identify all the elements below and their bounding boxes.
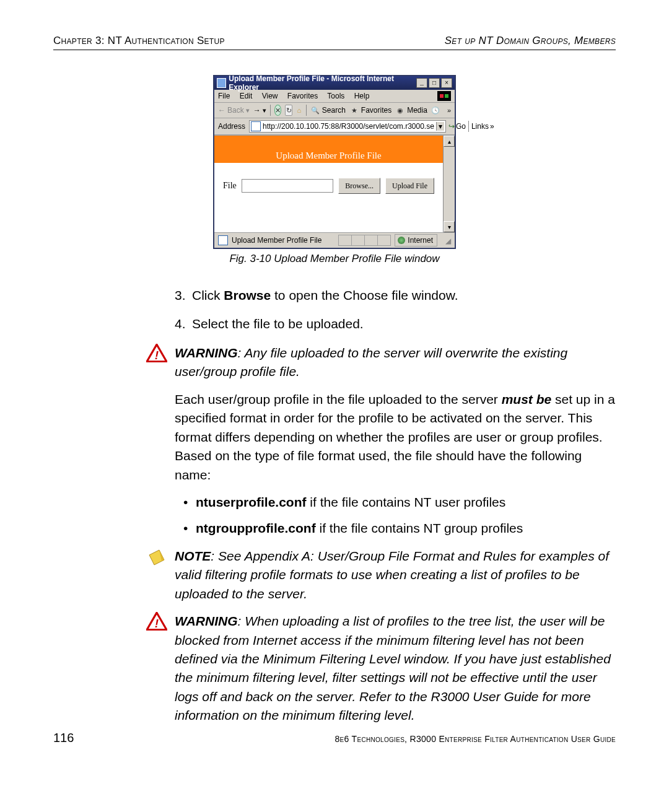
- favorites-button[interactable]: ★ Favorites: [349, 105, 391, 115]
- links-button[interactable]: Links »: [471, 122, 494, 131]
- ie-titlebar: Upload Member Profile File - Microsoft I…: [214, 76, 455, 90]
- footer-right: 8e6 Technologies, R3000 Enterprise Filte…: [335, 734, 616, 744]
- address-url: http://200.10.100.75:88/R3000/servlet/co…: [263, 122, 434, 131]
- scroll-up-icon[interactable]: ▴: [444, 136, 455, 147]
- menu-file[interactable]: File: [218, 92, 230, 100]
- figure-caption: Fig. 3-10 Upload Member Profile File win…: [213, 253, 456, 265]
- step-number: 4.: [175, 315, 192, 333]
- running-footer: 116 8e6 Technologies, R3000 Enterprise F…: [53, 731, 616, 745]
- toolbar-separator: [306, 105, 307, 116]
- favorites-icon: ★: [349, 105, 359, 115]
- home-icon[interactable]: ⌂: [296, 105, 302, 115]
- menu-help[interactable]: Help: [354, 92, 370, 100]
- maximize-button[interactable]: □: [429, 78, 440, 88]
- warning-label: WARNING: [175, 346, 238, 360]
- window-buttons: _ □ ×: [416, 78, 452, 88]
- zone-label: Internet: [408, 236, 433, 245]
- upload-row: File Browse... Upload File: [214, 163, 443, 194]
- step-3-bold: Browse: [224, 288, 271, 302]
- page-icon: [251, 121, 261, 131]
- bullet-1-bold: ntuserprofile.conf: [196, 495, 307, 509]
- bullet-1: ntuserprofile.conf if the file contains …: [183, 493, 616, 512]
- status-cells: [338, 235, 391, 246]
- warning-icon: !: [146, 612, 167, 631]
- media-button[interactable]: ◉ Media: [395, 105, 427, 115]
- ie-content: Upload Member Profile File File Browse..…: [214, 135, 455, 232]
- para1-bold: must be: [502, 392, 552, 406]
- step-4: 4. Select the file to be uploaded.: [175, 315, 616, 333]
- bullet-list: ntuserprofile.conf if the file contains …: [183, 493, 616, 538]
- vertical-scrollbar[interactable]: ▴ ▾: [443, 136, 455, 232]
- ie-logo-icon: [437, 91, 451, 101]
- stop-icon[interactable]: ✕: [274, 105, 282, 116]
- menu-favorites[interactable]: Favorites: [287, 92, 318, 100]
- step-4-text: Select the file to be uploaded.: [192, 315, 616, 333]
- internet-zone-icon: [398, 237, 405, 244]
- browse-button[interactable]: Browse...: [338, 178, 380, 194]
- page: Chapter 3: NT Authentication Setup Set u…: [0, 0, 669, 812]
- scroll-down-icon[interactable]: ▾: [444, 221, 455, 232]
- warning-2-label: WARNING: [175, 614, 238, 628]
- media-icon: ◉: [395, 105, 405, 115]
- toolbar-overflow-icon[interactable]: »: [447, 107, 451, 114]
- warning-callout: ! WARNING: Any file uploaded to the serv…: [150, 344, 616, 382]
- history-icon[interactable]: 🕓: [431, 105, 440, 115]
- address-separator: [468, 121, 469, 132]
- note-text: : See Appendix A: User/Group File Format…: [175, 549, 609, 601]
- ie-app-icon: [217, 78, 226, 88]
- menu-edit[interactable]: Edit: [240, 92, 253, 100]
- ie-address-bar: Address http://200.10.100.75:88/R3000/se…: [214, 118, 455, 135]
- note-label: NOTE: [175, 549, 211, 563]
- paragraph: Each user/group profile in the file uplo…: [175, 390, 616, 484]
- minimize-button[interactable]: _: [416, 78, 427, 88]
- address-label: Address: [218, 122, 245, 131]
- step-3: 3. Click Browse to open the Choose file …: [175, 286, 616, 305]
- status-text: Upload Member Profile File: [232, 236, 321, 245]
- svg-text:!: !: [155, 617, 159, 630]
- go-button[interactable]: ↪ Go: [448, 122, 466, 131]
- search-button[interactable]: 🔍 Search: [310, 105, 346, 115]
- bullet-2-text: if the file contains NT group profiles: [316, 521, 523, 535]
- resize-grip-icon[interactable]: ◢: [441, 235, 451, 245]
- warning-callout-2: ! WARNING: When uploading a list of prof…: [150, 612, 616, 725]
- forward-button[interactable]: → ▾: [253, 106, 266, 115]
- header-left: Chapter 3: NT Authentication Setup: [53, 35, 225, 47]
- header-rule: [53, 50, 616, 50]
- step-3-pre: Click: [192, 288, 224, 302]
- toolbar-separator: [270, 105, 271, 116]
- security-zone: Internet: [395, 234, 437, 247]
- menu-tools[interactable]: Tools: [327, 92, 344, 100]
- warning-icon: !: [146, 344, 167, 362]
- go-icon: ↪: [448, 122, 455, 131]
- back-button[interactable]: ← Back ▾: [218, 106, 250, 115]
- page-number: 116: [53, 731, 74, 745]
- note-callout: NOTE: See Appendix A: User/Group File Fo…: [150, 547, 616, 603]
- ie-title: Upload Member Profile File - Microsoft I…: [229, 74, 416, 92]
- close-button[interactable]: ×: [441, 78, 452, 88]
- banner-strip: [214, 136, 443, 149]
- header-right: Set up NT Domain Groups, Members: [445, 35, 616, 47]
- running-header: Chapter 3: NT Authentication Setup Set u…: [53, 35, 616, 47]
- address-dropdown-icon[interactable]: ▾: [436, 122, 444, 131]
- upload-file-button[interactable]: Upload File: [385, 178, 434, 194]
- para1-pre: Each user/group profile in the file uplo…: [175, 392, 502, 406]
- body-content: 3. Click Browse to open the Choose file …: [175, 286, 616, 725]
- file-path-input[interactable]: [242, 179, 334, 193]
- warning-2-text: : When uploading a list of profiles to t…: [175, 614, 611, 722]
- bullet-1-text: if the file contains NT user profiles: [307, 495, 506, 509]
- menu-view[interactable]: View: [262, 92, 278, 100]
- ie-status-bar: Upload Member Profile File Internet ◢: [214, 232, 455, 248]
- banner-title: Upload Member Profile File: [214, 149, 443, 163]
- bullet-2-bold: ntgroupprofile.conf: [196, 521, 316, 535]
- refresh-icon[interactable]: ↻: [285, 105, 292, 116]
- figure: Upload Member Profile File - Microsoft I…: [213, 75, 456, 265]
- search-icon: 🔍: [310, 105, 320, 115]
- step-number: 3.: [175, 286, 192, 305]
- bullet-2: ntgroupprofile.conf if the file contains…: [183, 519, 616, 538]
- address-input[interactable]: http://200.10.100.75:88/R3000/servlet/co…: [249, 120, 446, 133]
- ie-toolbar: ← Back ▾ → ▾ ✕ ↻ ⌂ 🔍 Search ★ Favorites …: [214, 103, 455, 118]
- svg-text:!: !: [155, 348, 159, 361]
- note-icon: [146, 548, 167, 567]
- step-list: 3. Click Browse to open the Choose file …: [175, 286, 616, 334]
- step-3-post: to open the Choose file window.: [271, 288, 458, 302]
